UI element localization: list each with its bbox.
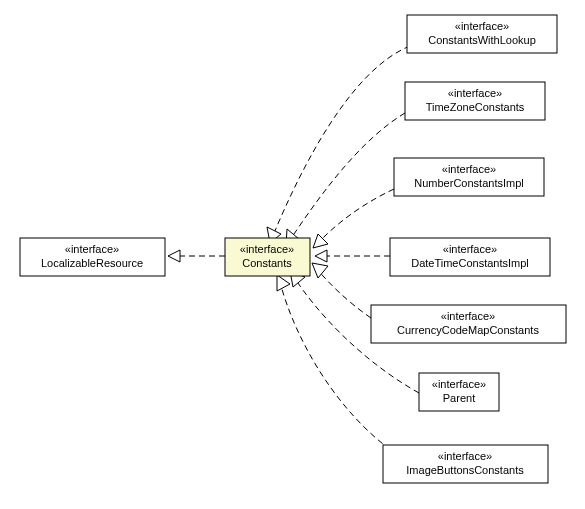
stereotype: «interface» — [441, 310, 495, 322]
name-parent: Parent — [443, 392, 475, 404]
stereotype: «interface» — [438, 450, 492, 462]
node-parent: «interface» Parent — [419, 373, 499, 411]
node-constants: «interface» Constants — [225, 238, 310, 276]
name-cwl: ConstantsWithLookup — [428, 34, 536, 46]
name-img: ImageButtonsConstants — [406, 464, 524, 476]
arrowhead-img — [277, 275, 290, 291]
arrowhead-num — [313, 234, 328, 248]
stereotype: «interface» — [442, 163, 496, 175]
arrowhead-dt — [315, 250, 327, 262]
node-img: «interface» ImageButtonsConstants — [383, 445, 548, 483]
stereotype: «interface» — [443, 243, 497, 255]
node-localizable: «interface» LocalizableResource — [20, 238, 165, 276]
stereotype: «interface» — [455, 20, 509, 32]
node-dt: «interface» DateTimeConstantsImpl — [390, 238, 550, 276]
stereotype: «interface» — [448, 87, 502, 99]
node-cwl: «interface» ConstantsWithLookup — [407, 15, 557, 53]
edge-curr-constants — [316, 268, 371, 318]
stereotype: «interface» — [65, 243, 119, 255]
arrowhead-localizable — [168, 250, 180, 262]
name-curr: CurrencyCodeMapConstants — [397, 324, 539, 336]
stereotype: «interface» — [240, 243, 294, 255]
node-num: «interface» NumberConstantsImpl — [394, 158, 544, 196]
edge-num-constants — [318, 189, 394, 243]
name-localizable: LocalizableResource — [41, 257, 143, 269]
name-constants: Constants — [242, 257, 292, 269]
name-tz: TimeZoneConstants — [426, 101, 525, 113]
node-curr: «interface» CurrencyCodeMapConstants — [371, 305, 566, 343]
stereotype: «interface» — [432, 378, 486, 390]
edge-tz-constants — [290, 113, 405, 240]
name-num: NumberConstantsImpl — [414, 177, 523, 189]
arrowhead-curr — [312, 263, 328, 278]
node-tz: «interface» TimeZoneConstants — [405, 82, 545, 120]
edge-cwl-constants — [272, 46, 410, 238]
name-dt: DateTimeConstantsImpl — [411, 257, 529, 269]
